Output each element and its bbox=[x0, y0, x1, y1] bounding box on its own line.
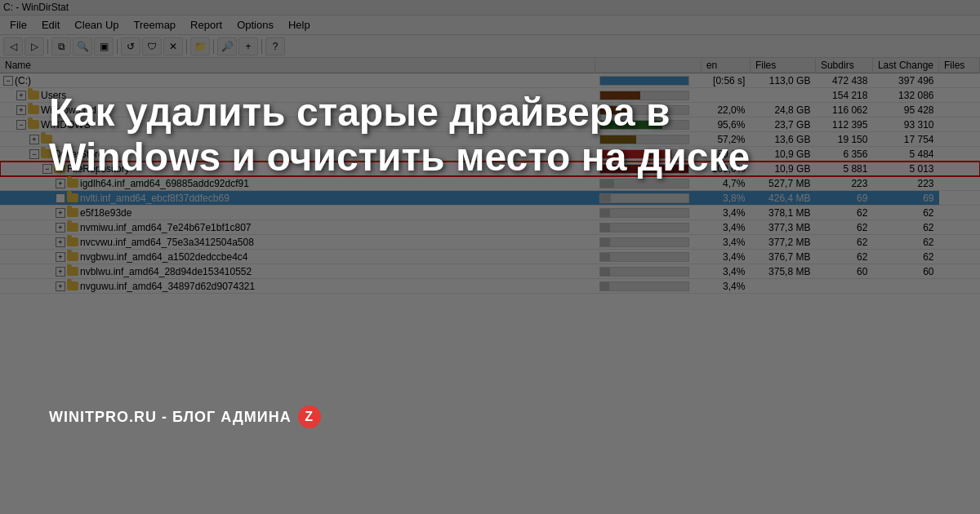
menu-report[interactable]: Report bbox=[184, 17, 229, 33]
bar-fill bbox=[600, 282, 609, 290]
col-pct[interactable]: en bbox=[701, 58, 750, 73]
cell-size: 377,3 MB bbox=[750, 220, 815, 235]
folder-icon bbox=[67, 193, 78, 202]
table-row[interactable]: −WINDOWS95,6%23,7 GB112 39593 310 bbox=[0, 117, 980, 132]
toolbar-separator-3 bbox=[186, 39, 187, 54]
toolbar-btn-copy[interactable]: ⧉ bbox=[51, 38, 71, 55]
bar-fill bbox=[600, 165, 688, 173]
expand-icon[interactable]: + bbox=[56, 281, 65, 291]
table-row[interactable]: +nvblwu.inf_amd64_28d94de1534105523,4%37… bbox=[0, 264, 980, 279]
folder-icon bbox=[28, 91, 39, 100]
folder-icon bbox=[41, 149, 52, 158]
toolbar-btn-help[interactable]: ? bbox=[265, 38, 285, 55]
toolbar-btn-zoomout[interactable]: + bbox=[238, 38, 258, 55]
expand-icon[interactable]: + bbox=[16, 91, 26, 100]
cell-size: 378,1 MB bbox=[750, 206, 815, 220]
col-files1[interactable]: Subdirs bbox=[815, 58, 872, 73]
table-row[interactable]: +nvlti.inf_amd64_ebcf8f37ddfecb693,8%426… bbox=[0, 191, 980, 206]
expand-icon[interactable]: − bbox=[16, 120, 26, 130]
cell-files2: 62 bbox=[872, 250, 938, 264]
bar-wrapper bbox=[599, 281, 689, 291]
bar-wrapper bbox=[599, 237, 689, 247]
table-row[interactable]: −DriverStore80,6%10,9 GB6 3565 484 bbox=[0, 147, 980, 162]
cell-files2: 69 bbox=[872, 191, 938, 206]
cell-size: 10,9 GB bbox=[750, 162, 815, 176]
bar-fill bbox=[600, 268, 610, 276]
table-row[interactable]: +igdlh64.inf_amd64_69885addc92dcf914,7%5… bbox=[0, 176, 980, 191]
toolbar-separator-2 bbox=[117, 39, 118, 54]
expand-icon[interactable]: + bbox=[56, 237, 65, 247]
menu-edit[interactable]: Edit bbox=[35, 17, 66, 33]
table-row[interactable]: +Users154 218132 086 bbox=[0, 88, 980, 103]
expand-icon[interactable]: + bbox=[16, 105, 26, 115]
cell-files2: 62 bbox=[872, 206, 938, 220]
expand-icon[interactable]: + bbox=[56, 179, 65, 188]
cell-files1: 6 356 bbox=[815, 147, 872, 162]
table-row[interactable]: +nvcvwu.inf_amd64_75e3a3412504a5083,4%37… bbox=[0, 235, 980, 250]
item-name: nvblwu.inf_amd64_28d94de153410552 bbox=[80, 266, 252, 277]
menu-treemap[interactable]: Treemap bbox=[127, 17, 183, 33]
item-name: Users bbox=[41, 90, 66, 101]
col-name[interactable]: Name bbox=[0, 58, 595, 73]
cell-name: +nvcvwu.inf_amd64_75e3a3412504a508 bbox=[0, 235, 595, 250]
cell-bar bbox=[595, 162, 701, 176]
cell-bar bbox=[595, 88, 701, 103]
bar-fill bbox=[600, 106, 631, 114]
file-table-area[interactable]: Name en Files Subdirs Last Change Files … bbox=[0, 58, 980, 514]
item-name: (C:) bbox=[15, 75, 31, 86]
cell-files1: 19 150 bbox=[815, 132, 872, 147]
menu-cleanup[interactable]: Clean Up bbox=[68, 17, 125, 33]
item-name: DriverStore bbox=[54, 148, 104, 160]
expand-icon[interactable]: + bbox=[56, 223, 65, 233]
toolbar-btn-refresh[interactable]: ↺ bbox=[121, 38, 140, 55]
expand-icon[interactable]: − bbox=[3, 76, 13, 86]
cell-files1: 472 438 bbox=[815, 73, 872, 88]
cell-size: 377,2 MB bbox=[750, 235, 815, 250]
cell-bar bbox=[595, 264, 701, 279]
toolbar-btn-search[interactable]: 🔍 bbox=[73, 38, 92, 55]
expand-icon[interactable]: + bbox=[56, 267, 65, 277]
cell-files1: 69 bbox=[815, 191, 872, 206]
cell-files2: 5 484 bbox=[872, 147, 938, 162]
cell-name: −FileRepository bbox=[0, 162, 595, 176]
cell-pct: 4,7% bbox=[701, 176, 750, 191]
cell-files2: 17 754 bbox=[872, 132, 938, 147]
table-row[interactable]: +e5f18e93de3,4%378,1 MB6262 bbox=[0, 206, 980, 220]
table-row[interactable]: +nvgbwu.inf_amd64_a1502dedccbe4c43,4%376… bbox=[0, 250, 980, 264]
menu-help[interactable]: Help bbox=[282, 17, 317, 33]
table-row[interactable]: −FileRepository100,0%10,9 GB5 8815 013 bbox=[0, 162, 980, 176]
toolbar-btn-delete[interactable]: ✕ bbox=[163, 38, 183, 55]
expand-icon[interactable]: + bbox=[56, 208, 65, 218]
cell-files1: 5 881 bbox=[815, 162, 872, 176]
bar-fill bbox=[600, 224, 610, 232]
table-row[interactable]: +nvmiwu.inf_amd64_7e24b67e1bf1c8073,4%37… bbox=[0, 220, 980, 235]
cell-files2: 223 bbox=[872, 176, 938, 191]
col-size[interactable]: Files bbox=[750, 58, 815, 73]
menu-file[interactable]: File bbox=[3, 17, 33, 33]
cell-files2: 5 013 bbox=[872, 162, 938, 176]
table-row[interactable]: +57,2%13,6 GB19 15017 754 bbox=[0, 132, 980, 147]
cell-name: +nvlti.inf_amd64_ebcf8f37ddfecb69 bbox=[0, 191, 595, 206]
table-row[interactable]: +nvguwu.inf_amd64_34897d62d90743213,4% bbox=[0, 279, 980, 294]
table-row[interactable]: −(C:)[0:56 s]113,0 GB472 438397 496 bbox=[0, 73, 980, 88]
cell-pct: 3,4% bbox=[701, 279, 750, 294]
cell-size bbox=[750, 279, 815, 294]
expand-icon[interactable]: + bbox=[29, 135, 39, 144]
toolbar-btn-shield[interactable]: 🛡 bbox=[142, 38, 162, 55]
cell-files2: 62 bbox=[872, 220, 938, 235]
cell-name: + bbox=[0, 132, 595, 147]
toolbar-btn-grid[interactable]: ▣ bbox=[94, 38, 114, 55]
expand-icon[interactable]: + bbox=[56, 252, 65, 262]
toolbar-btn-back[interactable]: ◁ bbox=[3, 38, 23, 55]
menu-options[interactable]: Options bbox=[230, 17, 280, 33]
col-files2[interactable]: Last Change bbox=[872, 58, 938, 73]
toolbar-btn-forward[interactable]: ▷ bbox=[24, 38, 44, 55]
toolbar-btn-folder[interactable]: 📁 bbox=[190, 38, 210, 55]
col-attr[interactable]: Files bbox=[939, 58, 980, 73]
table-row[interactable]: +Windows.old22,0%24,8 GB116 06295 428 bbox=[0, 103, 980, 117]
expand-icon[interactable]: + bbox=[56, 193, 65, 203]
expand-icon[interactable]: − bbox=[29, 149, 39, 159]
expand-icon[interactable]: − bbox=[42, 164, 52, 174]
toolbar-btn-zoomin[interactable]: 🔎 bbox=[217, 38, 237, 55]
cell-bar bbox=[595, 103, 701, 117]
